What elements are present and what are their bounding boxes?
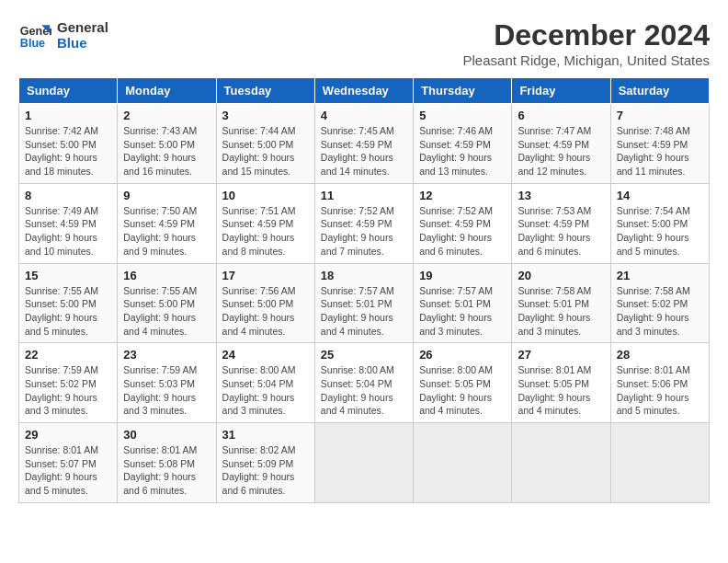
week-row-2: 8Sunrise: 7:49 AMSunset: 4:59 PMDaylight… [19,183,710,263]
header-monday: Monday [118,78,216,104]
day-info: Sunrise: 7:59 AMSunset: 5:03 PMDaylight:… [123,363,210,418]
day-info: Sunrise: 7:58 AMSunset: 5:02 PMDaylight:… [617,284,703,339]
logo-line1: General [57,19,108,35]
day-number: 5 [419,109,506,122]
logo-icon: General Blue [18,18,51,52]
calendar-cell [314,423,413,503]
day-number: 31 [222,428,309,442]
week-row-5: 29Sunrise: 8:01 AMSunset: 5:07 PMDayligh… [19,423,710,503]
day-number: 21 [617,269,703,282]
logo-line2: Blue [57,35,108,51]
day-info: Sunrise: 7:51 AMSunset: 4:59 PMDaylight:… [222,204,309,259]
header-tuesday: Tuesday [216,78,314,104]
day-number: 23 [123,348,210,362]
day-number: 29 [25,428,111,442]
calendar-cell: 25Sunrise: 8:00 AMSunset: 5:04 PMDayligh… [314,343,413,423]
day-number: 30 [123,428,210,442]
day-number: 16 [123,269,210,282]
calendar-cell: 28Sunrise: 8:01 AMSunset: 5:06 PMDayligh… [610,343,709,423]
day-number: 2 [123,109,210,122]
day-info: Sunrise: 7:54 AMSunset: 5:00 PMDaylight:… [617,204,703,259]
calendar-cell: 5Sunrise: 7:46 AMSunset: 4:59 PMDaylight… [414,104,512,184]
calendar-cell: 22Sunrise: 7:59 AMSunset: 5:02 PMDayligh… [19,343,118,423]
day-number: 26 [419,348,506,362]
day-info: Sunrise: 8:00 AMSunset: 5:04 PMDaylight:… [222,363,309,418]
day-number: 22 [25,348,111,362]
calendar-table: SundayMondayTuesdayWednesdayThursdayFrid… [18,77,710,503]
calendar-cell: 30Sunrise: 8:01 AMSunset: 5:08 PMDayligh… [118,423,216,503]
day-info: Sunrise: 7:43 AMSunset: 5:00 PMDaylight:… [123,124,210,178]
calendar-cell: 31Sunrise: 8:02 AMSunset: 5:09 PMDayligh… [216,423,314,503]
calendar-cell: 19Sunrise: 7:57 AMSunset: 5:01 PMDayligh… [414,263,512,343]
day-info: Sunrise: 8:01 AMSunset: 5:08 PMDaylight:… [123,443,210,498]
day-number: 6 [518,109,604,122]
day-number: 3 [222,109,309,122]
calendar-cell: 2Sunrise: 7:43 AMSunset: 5:00 PMDaylight… [118,104,216,184]
day-info: Sunrise: 7:52 AMSunset: 4:59 PMDaylight:… [321,204,407,259]
day-number: 8 [25,189,111,202]
calendar-cell: 13Sunrise: 7:53 AMSunset: 4:59 PMDayligh… [512,183,610,263]
day-number: 20 [518,269,604,282]
calendar-cell: 24Sunrise: 8:00 AMSunset: 5:04 PMDayligh… [216,343,314,423]
calendar-cell: 20Sunrise: 7:58 AMSunset: 5:01 PMDayligh… [512,263,610,343]
calendar-cell: 1Sunrise: 7:42 AMSunset: 5:00 PMDaylight… [19,104,118,184]
calendar-cell: 18Sunrise: 7:57 AMSunset: 5:01 PMDayligh… [314,263,413,343]
calendar-cell [610,423,709,503]
day-info: Sunrise: 7:49 AMSunset: 4:59 PMDaylight:… [25,204,111,259]
calendar-cell: 27Sunrise: 8:01 AMSunset: 5:05 PMDayligh… [512,343,610,423]
day-info: Sunrise: 7:57 AMSunset: 5:01 PMDaylight:… [321,284,407,339]
week-row-3: 15Sunrise: 7:55 AMSunset: 5:00 PMDayligh… [19,263,710,343]
day-info: Sunrise: 8:01 AMSunset: 5:06 PMDaylight:… [617,363,703,418]
calendar-cell: 14Sunrise: 7:54 AMSunset: 5:00 PMDayligh… [610,183,709,263]
header-saturday: Saturday [610,78,709,104]
day-info: Sunrise: 7:44 AMSunset: 5:00 PMDaylight:… [222,124,309,178]
svg-text:Blue: Blue [20,37,45,50]
logo: General Blue General Blue [18,18,108,52]
day-info: Sunrise: 7:46 AMSunset: 4:59 PMDaylight:… [419,124,506,178]
calendar-subtitle: Pleasant Ridge, Michigan, United States [463,52,710,68]
day-number: 25 [321,348,407,362]
day-info: Sunrise: 7:55 AMSunset: 5:00 PMDaylight:… [25,284,111,339]
calendar-cell: 3Sunrise: 7:44 AMSunset: 5:00 PMDaylight… [216,104,314,184]
week-row-4: 22Sunrise: 7:59 AMSunset: 5:02 PMDayligh… [19,343,710,423]
day-info: Sunrise: 8:00 AMSunset: 5:05 PMDaylight:… [419,363,506,418]
calendar-header-row: SundayMondayTuesdayWednesdayThursdayFrid… [19,78,710,104]
header-friday: Friday [512,78,610,104]
day-number: 19 [419,269,506,282]
calendar-cell: 17Sunrise: 7:56 AMSunset: 5:00 PMDayligh… [216,263,314,343]
day-info: Sunrise: 7:47 AMSunset: 4:59 PMDaylight:… [518,124,604,178]
day-info: Sunrise: 7:45 AMSunset: 4:59 PMDaylight:… [321,124,407,178]
day-info: Sunrise: 7:52 AMSunset: 4:59 PMDaylight:… [419,204,506,259]
day-number: 7 [617,109,703,122]
week-row-1: 1Sunrise: 7:42 AMSunset: 5:00 PMDaylight… [19,104,710,184]
header-sunday: Sunday [19,78,118,104]
calendar-cell: 21Sunrise: 7:58 AMSunset: 5:02 PMDayligh… [610,263,709,343]
day-number: 15 [25,269,111,282]
calendar-cell: 15Sunrise: 7:55 AMSunset: 5:00 PMDayligh… [19,263,118,343]
calendar-cell: 6Sunrise: 7:47 AMSunset: 4:59 PMDaylight… [512,104,610,184]
day-number: 12 [419,189,506,202]
calendar-cell: 23Sunrise: 7:59 AMSunset: 5:03 PMDayligh… [118,343,216,423]
day-info: Sunrise: 7:42 AMSunset: 5:00 PMDaylight:… [25,124,111,178]
title-area: December 2024 Pleasant Ridge, Michigan, … [463,18,710,68]
calendar-cell: 4Sunrise: 7:45 AMSunset: 4:59 PMDaylight… [314,104,413,184]
calendar-cell: 10Sunrise: 7:51 AMSunset: 4:59 PMDayligh… [216,183,314,263]
day-info: Sunrise: 7:57 AMSunset: 5:01 PMDaylight:… [419,284,506,339]
calendar-cell [512,423,610,503]
day-info: Sunrise: 8:00 AMSunset: 5:04 PMDaylight:… [321,363,407,418]
day-number: 18 [321,269,407,282]
calendar-cell: 29Sunrise: 8:01 AMSunset: 5:07 PMDayligh… [19,423,118,503]
calendar-cell: 12Sunrise: 7:52 AMSunset: 4:59 PMDayligh… [414,183,512,263]
day-number: 10 [222,189,309,202]
header-thursday: Thursday [414,78,512,104]
calendar-cell: 9Sunrise: 7:50 AMSunset: 4:59 PMDaylight… [118,183,216,263]
day-number: 9 [123,189,210,202]
day-number: 17 [222,269,309,282]
calendar-title: December 2024 [463,18,710,52]
day-info: Sunrise: 7:53 AMSunset: 4:59 PMDaylight:… [518,204,604,259]
day-info: Sunrise: 8:01 AMSunset: 5:07 PMDaylight:… [25,443,111,498]
day-number: 28 [617,348,703,362]
day-number: 4 [321,109,407,122]
day-number: 11 [321,189,407,202]
header-wednesday: Wednesday [314,78,413,104]
